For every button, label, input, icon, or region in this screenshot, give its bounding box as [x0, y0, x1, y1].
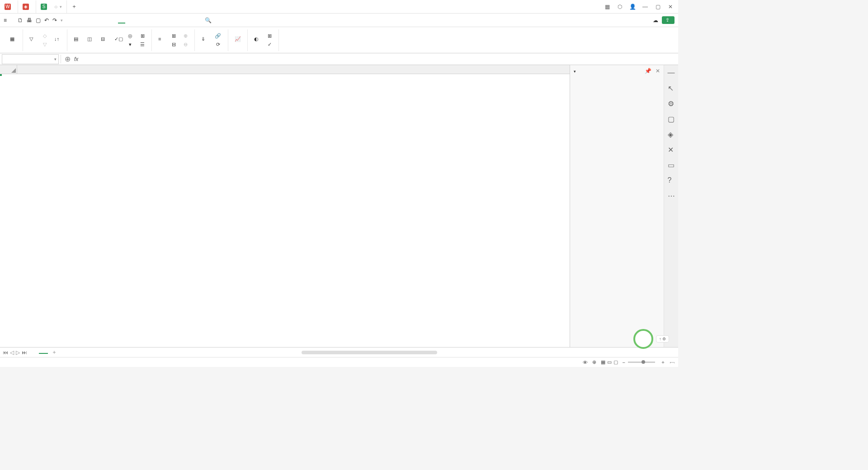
undo-icon[interactable]: ↶ — [44, 17, 49, 24]
first-sheet-icon[interactable]: ⏮ — [3, 349, 8, 356]
fill-icon: ▾ — [129, 42, 132, 47]
simulate-button[interactable]: ⊞ — [266, 32, 275, 40]
spreadsheet-grid[interactable] — [0, 65, 570, 347]
name-box[interactable] — [2, 54, 59, 64]
search-icon[interactable]: 🔍 — [205, 17, 212, 24]
tab-template[interactable]: ◈ — [18, 0, 36, 13]
chevron-down-icon[interactable]: ▾ — [60, 5, 62, 9]
subtotal-button[interactable]: ≡ — [156, 35, 167, 45]
validate-icon: ✓ — [268, 42, 272, 47]
pointer-icon[interactable]: ↖ — [668, 84, 675, 91]
import-button[interactable]: ⇓ — [199, 35, 210, 45]
zoom-out-icon[interactable]: − — [623, 360, 625, 365]
chevron-down-icon[interactable]: ▾ — [61, 18, 63, 23]
save-icon[interactable]: 🗋 — [18, 17, 23, 24]
group-button[interactable]: ⊞ — [170, 32, 179, 40]
close-button[interactable]: ✕ — [667, 4, 674, 10]
menu-start[interactable] — [71, 17, 78, 24]
panel-title: ▾ — [574, 68, 576, 74]
side-toolbar: ― ↖ ⚙ ▢ ◈ ✕ ▭ ? ⋯ — [664, 65, 678, 347]
stock-button[interactable]: 📈 — [233, 35, 244, 45]
redo-icon[interactable]: ↷ — [52, 17, 57, 24]
normal-view-icon[interactable]: ▦ — [601, 359, 605, 365]
menu-formula[interactable] — [106, 17, 113, 24]
preview-icon[interactable]: ▢ — [36, 17, 41, 24]
prev-sheet-icon[interactable]: ◁ — [10, 349, 14, 356]
selection-border — [0, 74, 2, 76]
compare-button[interactable]: ◫ — [85, 35, 96, 45]
lookup-button[interactable]: ◎ — [126, 32, 136, 40]
menu-efficiency[interactable] — [177, 17, 184, 24]
sort-button[interactable]: ↓↑ — [52, 35, 63, 45]
select-all-corner[interactable] — [0, 65, 17, 74]
new-tab-button[interactable]: ＋ — [67, 0, 81, 13]
pivot-button[interactable]: ▦ — [8, 35, 19, 45]
menu-data[interactable] — [118, 17, 125, 24]
device-icon[interactable]: ▭ — [668, 161, 675, 168]
menu-review[interactable] — [130, 17, 137, 24]
tools-icon[interactable]: ✕ — [668, 146, 675, 153]
editlink-button[interactable]: 🔗 — [213, 32, 224, 40]
split-button[interactable]: ⊟ — [99, 35, 110, 45]
next-sheet-icon[interactable]: ▷ — [16, 349, 20, 356]
dedup-button[interactable]: ▤ — [72, 35, 83, 45]
ime-status — [670, 362, 675, 363]
menu-page[interactable] — [94, 17, 102, 24]
refresh-button[interactable]: ⟳ — [213, 41, 224, 48]
more-icon[interactable]: ⋯ — [668, 192, 675, 199]
analysis-button[interactable]: ◐ — [252, 35, 263, 45]
menu-view[interactable] — [142, 17, 149, 24]
settings-icon[interactable]: ⚙ — [668, 99, 675, 107]
sheet-tab-sheet2[interactable] — [30, 352, 39, 353]
close-panel-icon[interactable]: ✕ — [656, 68, 660, 74]
tab-wps[interactable]: W — [0, 0, 18, 13]
menubar: ≡ 🗋 🖶 ▢ ↶ ↷ ▾ 🔍 ☁ ⇪ — [0, 14, 678, 27]
consolidate-icon: ⊞ — [141, 33, 145, 39]
horizontal-scrollbar[interactable] — [61, 351, 678, 354]
collapse-button[interactable]: ⊖ — [182, 41, 191, 48]
last-sheet-icon[interactable]: ⏭ — [22, 349, 27, 356]
reapply-button[interactable]: ▽ — [41, 41, 50, 48]
menu-tools[interactable] — [153, 17, 160, 24]
print-icon[interactable]: 🖶 — [27, 17, 32, 24]
validate-button[interactable]: ✓ — [266, 41, 275, 48]
expand-button[interactable]: ⊕ — [182, 32, 191, 40]
menu-insert[interactable] — [83, 17, 90, 24]
dropdown-button[interactable]: ☰ — [138, 41, 148, 48]
zoom-in-icon[interactable]: ＋ — [660, 359, 665, 366]
filter-button[interactable]: ▽ — [28, 35, 38, 45]
menu-member[interactable] — [165, 17, 172, 24]
avatar-icon[interactable]: 👤 — [629, 4, 636, 10]
show-all-button[interactable]: ◇ — [41, 32, 50, 40]
reading-view-icon[interactable]: ▢ — [613, 359, 618, 365]
page-view-icon[interactable]: ▭ — [607, 359, 612, 365]
add-sheet-button[interactable]: ＋ — [48, 348, 61, 356]
minimize-button[interactable]: ― — [642, 4, 648, 10]
fx-icon[interactable]: fx — [74, 56, 78, 62]
validity-button[interactable]: ✓▢ — [113, 35, 123, 45]
target-icon[interactable]: ⊕ — [592, 359, 596, 365]
maximize-button[interactable]: ▢ — [655, 4, 661, 10]
menu-smart[interactable] — [189, 17, 196, 24]
collapse-panel-icon[interactable]: ― — [668, 69, 675, 76]
sheet-tab-sheet1[interactable] — [39, 351, 48, 354]
cube-icon[interactable]: ⬡ — [617, 4, 623, 10]
share-button[interactable]: ⇪ — [662, 16, 675, 24]
help-icon[interactable]: ? — [668, 176, 675, 183]
zoom-slider[interactable] — [628, 362, 655, 363]
ungroup-button[interactable]: ⊟ — [170, 41, 179, 48]
chevron-down-icon[interactable]: ▾ — [574, 69, 576, 74]
style-icon[interactable]: ◈ — [668, 130, 675, 137]
fill-button[interactable]: ▾ — [126, 41, 136, 48]
performance-widget[interactable]: ↑ ⚙ — [633, 329, 669, 349]
menu-icon[interactable]: ≡ — [4, 17, 7, 24]
layout-icon[interactable]: ▢ — [668, 115, 675, 122]
tab-file[interactable]: S○▾ — [36, 0, 67, 13]
pin-icon[interactable]: 📌 — [645, 68, 651, 74]
dedup-icon: ▤ — [74, 36, 81, 43]
grid-icon[interactable]: ▦ — [604, 4, 610, 10]
consolidate-button[interactable]: ⊞ — [138, 32, 148, 40]
eye-icon[interactable]: 👁 — [583, 360, 588, 365]
cloud-icon[interactable]: ☁ — [653, 17, 658, 24]
zoom-icon[interactable]: ⊕ — [65, 55, 71, 63]
